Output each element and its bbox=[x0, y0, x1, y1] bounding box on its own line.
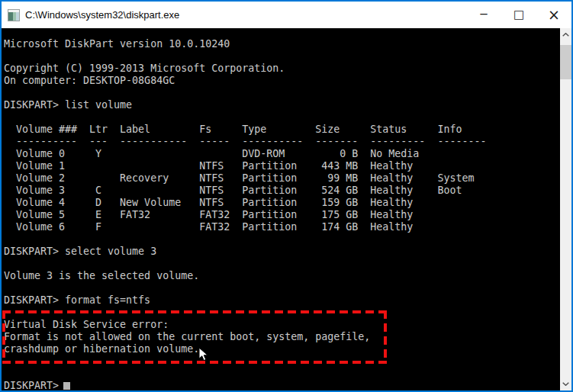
diskpart-window: C:\Windows\system32\diskpart.exe ─ □ × M… bbox=[0, 0, 573, 392]
chevron-up-icon bbox=[562, 33, 569, 37]
console-line bbox=[4, 233, 486, 246]
mouse-cursor bbox=[198, 347, 209, 362]
console-line: ---------- --- ----------- ----- -------… bbox=[4, 136, 486, 148]
console-line bbox=[4, 258, 486, 270]
console-line bbox=[4, 368, 486, 380]
console-output-area[interactable]: Microsoft DiskPart version 10.0.10240Cop… bbox=[2, 28, 560, 390]
console-line: Volume 2 Recovery NTFS Partition 99 MB H… bbox=[4, 172, 486, 185]
console-line: Volume 4 D New Volume NTFS Partition 159… bbox=[4, 197, 486, 209]
console-line: Copyright (C) 1999-2013 Microsoft Corpor… bbox=[4, 63, 486, 75]
close-button[interactable]: × bbox=[536, 2, 571, 28]
error-box-edge bbox=[2, 361, 387, 364]
console-line: On computer: DESKTOP-08G84GC bbox=[4, 75, 486, 87]
minimize-icon: ─ bbox=[480, 9, 487, 21]
console-line: Volume 0 Y DVD-ROM 0 B No Media bbox=[4, 148, 486, 160]
maximize-button[interactable]: □ bbox=[501, 2, 536, 28]
console-line: DISKPART> select volume 3 bbox=[4, 246, 486, 258]
error-highlight-box bbox=[2, 310, 387, 364]
error-box-edge bbox=[2, 310, 5, 364]
chevron-down-icon bbox=[562, 382, 569, 386]
close-icon: × bbox=[548, 8, 560, 22]
console-line: Volume ### Ltr Label Fs Type Size Status… bbox=[4, 124, 486, 136]
console-line bbox=[4, 50, 486, 63]
console-line: Volume 3 C NTFS Partition 524 GB Healthy… bbox=[4, 185, 486, 197]
console-line: DISKPART> list volume bbox=[4, 99, 486, 111]
minimize-button[interactable]: ─ bbox=[466, 2, 501, 28]
console-line bbox=[4, 282, 486, 294]
console-app-icon bbox=[8, 9, 20, 21]
console-line: Volume 3 is the selected volume. bbox=[4, 270, 486, 282]
scroll-up-button[interactable] bbox=[560, 28, 571, 41]
text-cursor-block bbox=[63, 382, 70, 390]
console-line: Volume 5 E FAT32 FAT32 Partition 175 GB … bbox=[4, 209, 486, 221]
console-line: Microsoft DiskPart version 10.0.10240 bbox=[4, 38, 486, 50]
window-controls: ─ □ × bbox=[466, 2, 571, 28]
vertical-scrollbar[interactable] bbox=[560, 28, 571, 390]
console-line: DISKPART> format fs=ntfs bbox=[4, 294, 486, 307]
maximize-icon: □ bbox=[513, 9, 524, 21]
console-line bbox=[4, 87, 486, 99]
scroll-down-button[interactable] bbox=[560, 378, 571, 390]
title-bar[interactable]: C:\Windows\system32\diskpart.exe ─ □ × bbox=[2, 2, 571, 28]
console-line: DISKPART> bbox=[4, 380, 486, 390]
window-title: C:\Windows\system32\diskpart.exe bbox=[25, 9, 179, 21]
console-line bbox=[4, 111, 486, 124]
scrollbar-thumb[interactable] bbox=[560, 45, 571, 79]
console-line: Volume 6 F FAT32 Partition 174 GB Health… bbox=[4, 221, 486, 233]
error-box-edge bbox=[384, 310, 387, 364]
error-box-edge bbox=[2, 310, 387, 313]
console-line: Volume 1 NTFS Partition 443 MB Healthy bbox=[4, 160, 486, 172]
